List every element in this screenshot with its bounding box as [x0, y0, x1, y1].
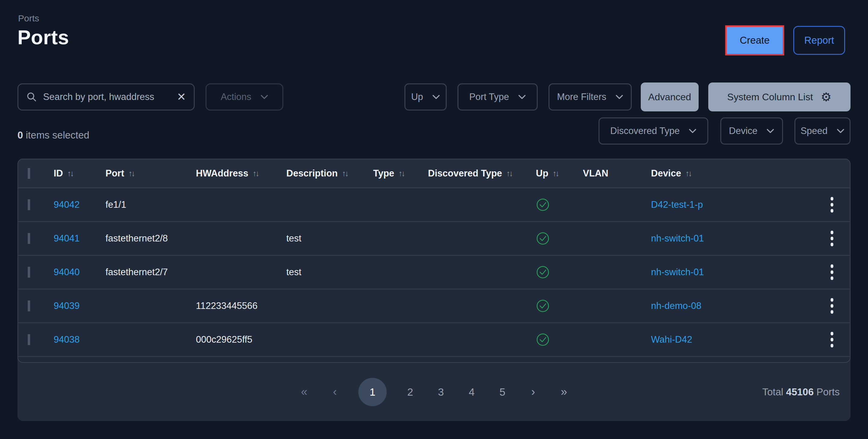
chevron-down-icon — [615, 95, 623, 99]
row-actions-kebab-icon[interactable] — [829, 330, 835, 349]
column-header-device[interactable]: Device↑↓ — [651, 168, 691, 179]
table-footer: « ‹ 1 2 3 4 5 › » Total 45106 Ports — [18, 363, 850, 421]
pagination: « ‹ 1 2 3 4 5 › » — [297, 378, 571, 406]
port-id-link[interactable]: 94038 — [54, 334, 80, 345]
row-actions-kebab-icon[interactable] — [829, 296, 835, 315]
row-checkbox[interactable] — [28, 267, 30, 278]
pagination-page-5[interactable]: 5 — [495, 386, 510, 398]
port-id-link[interactable]: 94041 — [54, 233, 80, 244]
up-status-check-icon — [536, 299, 550, 313]
sort-icon[interactable]: ↑↓ — [685, 169, 691, 178]
selected-count: 0 — [18, 130, 23, 141]
chevron-down-icon — [837, 129, 844, 133]
row-checkbox[interactable] — [28, 334, 30, 345]
ports-table: ID↑↓ Port↑↓ HWAddress↑↓ Description↑↓ Ty… — [18, 159, 850, 363]
description-cell: test — [286, 267, 373, 278]
breadcrumb: Ports — [18, 13, 39, 24]
sort-icon[interactable]: ↑↓ — [253, 169, 258, 178]
more-filters-label: More Filters — [557, 92, 607, 102]
device-link[interactable]: nh-switch-01 — [651, 267, 704, 277]
actions-dropdown[interactable]: Actions — [206, 83, 283, 110]
report-button[interactable]: Report — [793, 26, 845, 55]
device-link[interactable]: D42-test-1-p — [651, 199, 703, 210]
sort-icon[interactable]: ↑↓ — [506, 169, 512, 178]
column-header-up[interactable]: Up↑↓ — [536, 168, 558, 179]
create-button[interactable]: Create — [727, 27, 783, 54]
chevron-down-icon — [767, 129, 774, 133]
pagination-page-1-active[interactable]: 1 — [358, 378, 387, 406]
advanced-label: Advanced — [648, 92, 691, 103]
actions-label: Actions — [221, 92, 251, 102]
up-status-check-icon — [536, 265, 550, 279]
port-id-link[interactable]: 94039 — [54, 301, 80, 311]
port-type-filter-dropdown[interactable]: Port Type — [458, 83, 538, 110]
select-all-checkbox[interactable] — [28, 168, 30, 179]
row-actions-kebab-icon[interactable] — [829, 263, 835, 282]
search-input[interactable] — [43, 92, 171, 102]
row-checkbox[interactable] — [28, 301, 30, 311]
table-row: 94038 000c29625ff5 Wahi-D42 — [18, 323, 850, 357]
system-column-list-button[interactable]: System Column List ⚙ — [708, 82, 850, 111]
search-box[interactable]: ✕ — [18, 83, 195, 110]
row-actions-kebab-icon[interactable] — [829, 229, 835, 248]
speed-filter-dropdown[interactable]: Speed — [795, 117, 850, 144]
port-cell: fe1/1 — [105, 199, 196, 210]
pagination-prev-icon[interactable]: ‹ — [328, 385, 342, 398]
sort-icon[interactable]: ↑↓ — [398, 169, 404, 178]
up-status-check-icon — [536, 232, 550, 245]
pagination-page-3[interactable]: 3 — [434, 386, 448, 398]
column-header-id[interactable]: ID↑↓ — [54, 168, 73, 179]
pagination-page-2[interactable]: 2 — [403, 386, 417, 398]
ports-table-card: ID↑↓ Port↑↓ HWAddress↑↓ Description↑↓ Ty… — [18, 159, 850, 421]
pagination-first-icon[interactable]: « — [297, 385, 311, 398]
up-status-check-icon — [536, 333, 550, 346]
column-header-type[interactable]: Type↑↓ — [373, 168, 404, 179]
table-row: 94040 fastethernet2/7 test nh-switch-01 — [18, 256, 850, 289]
port-type-filter-label: Port Type — [469, 92, 509, 102]
total-count: Total 45106 Ports — [762, 386, 840, 398]
row-checkbox[interactable] — [28, 233, 30, 244]
pagination-next-icon[interactable]: › — [526, 385, 540, 398]
page-title: Ports — [18, 26, 69, 49]
pagination-page-4[interactable]: 4 — [464, 386, 479, 398]
column-header-hwaddress[interactable]: HWAddress↑↓ — [196, 168, 258, 179]
sort-icon[interactable]: ↑↓ — [128, 169, 134, 178]
up-filter-label: Up — [411, 92, 423, 102]
chevron-down-icon — [689, 129, 696, 133]
port-id-link[interactable]: 94042 — [54, 199, 80, 210]
system-column-list-label: System Column List — [727, 92, 813, 103]
chevron-down-icon — [518, 95, 526, 99]
port-id-link[interactable]: 94040 — [54, 267, 80, 277]
chevron-down-icon — [432, 95, 440, 99]
pagination-last-icon[interactable]: » — [557, 385, 571, 398]
device-link[interactable]: Wahi-D42 — [651, 334, 692, 345]
device-link[interactable]: nh-switch-01 — [651, 233, 704, 244]
more-filters-dropdown[interactable]: More Filters — [549, 83, 632, 110]
total-value: 45106 — [786, 386, 814, 398]
clear-search-icon[interactable]: ✕ — [177, 92, 186, 102]
column-header-description[interactable]: Description↑↓ — [286, 168, 348, 179]
up-status-check-icon — [536, 198, 550, 212]
table-row: 94039 112233445566 nh-demo-08 — [18, 289, 850, 323]
sort-icon[interactable]: ↑↓ — [342, 169, 348, 178]
column-header-discovered-type[interactable]: Discovered Type↑↓ — [428, 168, 512, 179]
row-actions-kebab-icon[interactable] — [829, 195, 835, 214]
chevron-down-icon — [260, 95, 268, 99]
speed-filter-label: Speed — [801, 126, 828, 136]
table-header-row: ID↑↓ Port↑↓ HWAddress↑↓ Description↑↓ Ty… — [18, 159, 850, 188]
search-icon — [26, 92, 37, 102]
table-row: 94042 fe1/1 D42-test-1-p — [18, 188, 850, 222]
ports-page: Ports Ports Create Report ✕ Actions Up P… — [0, 0, 868, 439]
advanced-button[interactable]: Advanced — [641, 82, 699, 111]
port-cell: fastethernet2/8 — [105, 233, 196, 244]
up-filter-dropdown[interactable]: Up — [404, 83, 447, 110]
device-filter-dropdown[interactable]: Device — [720, 117, 783, 144]
column-header-port[interactable]: Port↑↓ — [105, 168, 134, 179]
discovered-type-filter-dropdown[interactable]: Discovered Type — [598, 117, 708, 144]
device-link[interactable]: nh-demo-08 — [651, 301, 701, 311]
sort-icon[interactable]: ↑↓ — [553, 169, 558, 178]
hwaddress-cell: 000c29625ff5 — [196, 334, 286, 345]
sort-icon[interactable]: ↑↓ — [67, 169, 73, 178]
port-cell: fastethernet2/7 — [105, 267, 196, 278]
row-checkbox[interactable] — [28, 199, 30, 210]
